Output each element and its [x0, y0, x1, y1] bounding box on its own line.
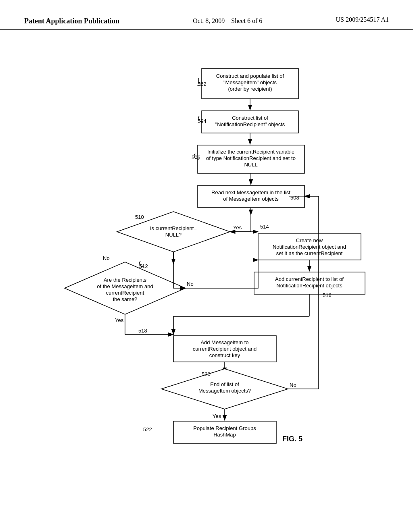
yes-label-512: Yes — [115, 317, 124, 323]
svg-text:NULL: NULL — [244, 162, 257, 168]
step-518: Add MessageItem to currentRecipient obje… — [173, 336, 276, 362]
step-520: End of list of MessageItem objects? — [161, 369, 288, 409]
svg-text:Add currentRecipient to list o: Add currentRecipient to list of — [275, 276, 344, 282]
connector-510-512 — [173, 252, 186, 288]
svg-text:Populate Recipient Groups: Populate Recipient Groups — [193, 425, 256, 431]
svg-text:(order by recipient): (order by recipient) — [228, 86, 272, 92]
figure-label: FIG. 5 — [282, 435, 302, 443]
step-label-508: 508 — [290, 195, 299, 201]
no-label-510: No — [103, 255, 110, 261]
svg-text:Read next MessageItem in the l: Read next MessageItem in the list — [211, 189, 290, 195]
svg-text:Construct and populate list of: Construct and populate list of — [216, 73, 284, 79]
step-label-514: 514 — [260, 224, 269, 230]
svg-text:Initialize the currentRecipien: Initialize the currentRecipient variable — [207, 149, 294, 155]
svg-text:construct key: construct key — [209, 352, 240, 358]
svg-text:of the MessageItem and: of the MessageItem and — [97, 283, 153, 289]
connector-516-518 — [173, 316, 309, 335]
svg-text:MessageItem objects?: MessageItem objects? — [198, 388, 251, 394]
flowchart-diagram: Construct and populate list of "MessageI… — [0, 34, 413, 526]
date-sheet: Oct. 8, 2009 Sheet 6 of 6 — [193, 16, 262, 26]
svg-text:the same?: the same? — [113, 296, 138, 302]
yes-label-520: Yes — [213, 413, 221, 419]
svg-text:currentRecipient: currentRecipient — [106, 290, 144, 296]
step-502: Construct and populate list of "MessageI… — [202, 69, 298, 99]
svg-text:Add MessageItem to: Add MessageItem to — [200, 339, 248, 345]
step-504: Construct list of "NotificationRecipient… — [202, 111, 298, 133]
no-label-512: No — [187, 281, 194, 287]
svg-text:Construct list of: Construct list of — [232, 115, 268, 121]
step-label-504: 504 — [198, 118, 206, 124]
svg-text:Is currentRecipient=: Is currentRecipient= — [150, 225, 197, 231]
step-514: Create new NotificationRecipient object … — [258, 234, 361, 260]
page-header: Patent Application Publication Oct. 8, 2… — [0, 0, 413, 30]
svg-text:of type NotificationRecipient : of type NotificationRecipient and set to — [206, 155, 296, 161]
svg-text:NotificationRecipient objects: NotificationRecipient objects — [276, 283, 342, 289]
date-label: Oct. 8, 2009 — [193, 17, 225, 24]
svg-text:HashMap: HashMap — [213, 432, 236, 438]
step-label-510: 510 — [135, 214, 144, 220]
yes-label-510: Yes — [233, 224, 242, 231]
step-508: Read next MessageItem in the list of Mes… — [198, 185, 305, 208]
patent-number: US 2009/254517 A1 — [336, 16, 389, 23]
step-label-512: 512 — [139, 263, 148, 269]
svg-text:End of list of: End of list of — [210, 381, 239, 387]
step-522: Populate Recipient Groups HashMap — [173, 421, 276, 443]
svg-text:of MessageItem objects: of MessageItem objects — [223, 196, 279, 202]
publication-title: Patent Application Publication — [24, 16, 119, 26]
svg-text:"NotificationRecipient" object: "NotificationRecipient" objects — [215, 121, 285, 127]
svg-text:NULL?: NULL? — [165, 232, 181, 238]
step-506: Initialize the currentRecipient variable… — [198, 145, 305, 173]
step-label-520: 520 — [202, 371, 211, 377]
svg-text:Are the Recipients: Are the Recipients — [104, 277, 147, 283]
svg-text:Create new: Create new — [296, 237, 323, 243]
step-512: Are the Recipients of the MessageItem an… — [65, 262, 186, 314]
connector-512-no-514 — [186, 260, 258, 288]
step-label-522: 522 — [143, 426, 152, 432]
svg-text:NotificationRecipient object a: NotificationRecipient object and — [273, 244, 346, 250]
no-label-520: No — [290, 382, 296, 388]
step-label-518: 518 — [138, 328, 147, 334]
svg-text:"MessageItem" objects: "MessageItem" objects — [223, 79, 277, 85]
svg-text:currentRecipient object and: currentRecipient object and — [193, 346, 257, 352]
step-label-506: 506 — [192, 154, 200, 160]
svg-text:set it as the currentRecipient: set it as the currentRecipient — [276, 250, 343, 256]
step-516: Add currentRecipient to list of Notifica… — [254, 272, 365, 294]
step-label-516: 516 — [323, 292, 332, 298]
step-510: Is currentRecipient= NULL? — [117, 212, 230, 252]
sheet-label: Sheet 6 of 6 — [231, 17, 262, 24]
